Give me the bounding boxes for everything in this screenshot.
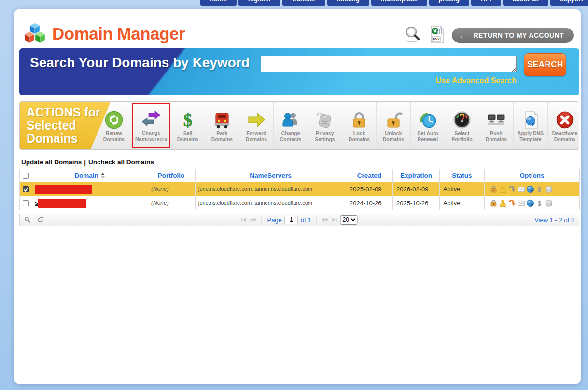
contact-option-icon[interactable] xyxy=(499,185,507,193)
options-cell: $ xyxy=(485,196,580,210)
action-change-contacts[interactable]: ChangeContacts xyxy=(274,102,308,149)
svg-text:$: $ xyxy=(183,110,193,130)
action-label: DeactivateDomains xyxy=(552,131,578,142)
pager-search-icon[interactable] xyxy=(24,217,31,223)
csv-export-icon[interactable]: CSV xyxy=(430,25,445,45)
last-page-icon[interactable] xyxy=(332,217,337,223)
nav-tab-API[interactable]: API xyxy=(471,0,501,6)
options-cell: $ xyxy=(485,182,580,196)
row-checkbox[interactable] xyxy=(23,200,29,206)
push-domains-icon xyxy=(487,110,506,130)
dns-option-icon[interactable] xyxy=(526,199,534,207)
search-button[interactable]: SEARCH xyxy=(524,53,566,76)
search-banner: Search Your Domains by Keyword SEARCH Us… xyxy=(19,48,579,95)
page-title: Domain Manager xyxy=(52,24,185,43)
page-number-input[interactable] xyxy=(285,216,298,224)
action-privacy-settings[interactable]: PrivacySettings xyxy=(308,102,342,149)
column-header-nameservers: NameServers xyxy=(196,169,346,182)
search-banner-heading: Search Your Domains by Keyword xyxy=(30,55,250,71)
domain-cell: s xyxy=(32,196,147,210)
email-option-icon[interactable] xyxy=(517,185,525,193)
column-header-label: Options xyxy=(520,172,545,179)
park-domains-icon xyxy=(212,110,232,130)
pager-bar: Page of 1 20 View 1 - 2 of 2 xyxy=(19,214,579,226)
action-sell-domains[interactable]: $SellDomains xyxy=(171,102,205,149)
portfolio-cell: (None) xyxy=(147,182,196,196)
actions-bar: ACTIONS for Selected Domains RenewDomain… xyxy=(19,101,579,150)
dns-option-icon[interactable] xyxy=(526,185,534,193)
nav-tab-marketplace[interactable]: marketplace xyxy=(371,0,427,6)
nav-tab-pricing[interactable]: pricing xyxy=(429,0,469,6)
lock-option-icon[interactable] xyxy=(490,185,498,193)
action-label: PushDomains xyxy=(486,131,507,142)
sort-arrows-icon[interactable] xyxy=(101,173,105,179)
set-auto-renewal-icon xyxy=(418,110,437,130)
select-all-header xyxy=(20,169,32,182)
action-select-portfolio[interactable]: SelectPortfolio xyxy=(445,102,479,149)
action-push-domains[interactable]: PushDomains xyxy=(479,102,514,149)
database-option-icon[interactable] xyxy=(545,199,553,207)
action-label: ChangeNameservers xyxy=(135,130,167,142)
action-unlock-domains[interactable]: UnlockDomains xyxy=(377,102,411,149)
table-row: s(None)june.ns.cloudflare.com, tanner.ns… xyxy=(20,196,580,210)
pager-left-tools xyxy=(24,217,44,223)
nav-tab-hosting[interactable]: hosting xyxy=(327,0,369,6)
domain-cell xyxy=(32,182,147,196)
action-change-nameservers[interactable]: ChangeNameservers xyxy=(132,103,170,148)
action-label: Apply DNSTemplate xyxy=(518,131,544,142)
action-label: PrivacySettings xyxy=(315,131,335,142)
nameservers-cell: june.ns.cloudflare.com, tanner.ns.cloudf… xyxy=(196,182,346,196)
column-header-label: NameServers xyxy=(250,172,291,179)
page-of-label: of 1 xyxy=(301,217,311,224)
page-size-select[interactable]: 20 xyxy=(340,215,358,225)
lock-domains-icon xyxy=(350,110,369,130)
row-checkbox[interactable] xyxy=(23,186,29,192)
domain-search-input[interactable] xyxy=(261,56,517,72)
email-option-icon[interactable] xyxy=(517,199,525,207)
apply-dns-template-icon xyxy=(521,110,540,130)
domain-link[interactable]: s xyxy=(35,199,38,206)
prev-page-icon[interactable] xyxy=(249,217,256,223)
advanced-search-link[interactable]: Use Advanced Search xyxy=(261,76,517,85)
pager-reload-icon[interactable] xyxy=(37,217,44,223)
nav-tab-register[interactable]: register xyxy=(238,0,281,6)
page-label: Page xyxy=(267,217,281,224)
update-all-domains-link[interactable]: Update all Domains xyxy=(21,159,82,166)
select-all-checkbox[interactable] xyxy=(23,173,29,179)
search-icon[interactable] xyxy=(404,26,423,45)
action-apply-dns-template[interactable]: Apply DNSTemplate xyxy=(514,102,548,149)
nav-tab-support[interactable]: support xyxy=(550,0,588,6)
action-lock-domains[interactable]: LockDomains xyxy=(342,102,377,149)
action-label: ParkDomains xyxy=(211,131,233,142)
domain-redaction xyxy=(35,185,92,194)
unlock-domains-icon xyxy=(384,110,403,130)
lock-option-icon[interactable] xyxy=(490,199,498,207)
contact-option-icon[interactable] xyxy=(499,199,507,207)
uncheck-all-domains-link[interactable]: Uncheck all Domains xyxy=(88,159,154,166)
column-header-status: Status xyxy=(440,169,485,182)
action-forward-domains[interactable]: ForwardDomains xyxy=(239,102,274,149)
table-body: (None)june.ns.cloudflare.com, tanner.ns.… xyxy=(20,182,580,210)
return-to-account-label: RETURN TO MY ACCOUNT xyxy=(474,31,564,39)
action-label: SellDomains xyxy=(177,131,198,142)
renew-option-icon[interactable] xyxy=(508,185,516,193)
nav-tab-transfer[interactable]: transfer xyxy=(282,0,325,6)
sell-option-icon[interactable]: $ xyxy=(535,199,544,207)
nav-tab-home[interactable]: home xyxy=(200,0,237,6)
renew-domains-icon xyxy=(104,110,124,130)
first-page-icon[interactable] xyxy=(241,217,247,223)
column-header-label[interactable]: Domain xyxy=(74,172,98,179)
table-row: (None)june.ns.cloudflare.com, tanner.ns.… xyxy=(20,182,580,196)
action-park-domains[interactable]: ParkDomains xyxy=(205,102,239,149)
expiration-cell: 2026-02-09 xyxy=(393,182,440,196)
column-header-expiration: Expiration xyxy=(393,169,440,182)
renew-option-icon[interactable] xyxy=(508,199,516,207)
sell-option-icon[interactable]: $ xyxy=(535,185,544,193)
return-to-account-button[interactable]: ← RETURN TO MY ACCOUNT xyxy=(452,28,574,43)
database-option-icon[interactable] xyxy=(545,185,553,193)
table-header-row: DomainPortfolioNameServersCreatedExpirat… xyxy=(20,169,580,182)
next-page-icon[interactable] xyxy=(322,217,329,223)
action-deactivate-domains[interactable]: DeactivateDomains xyxy=(548,102,579,149)
action-set-auto-renewal[interactable]: Set AutoRenewal xyxy=(411,102,445,149)
nav-tab-about-us[interactable]: about us xyxy=(503,0,548,6)
